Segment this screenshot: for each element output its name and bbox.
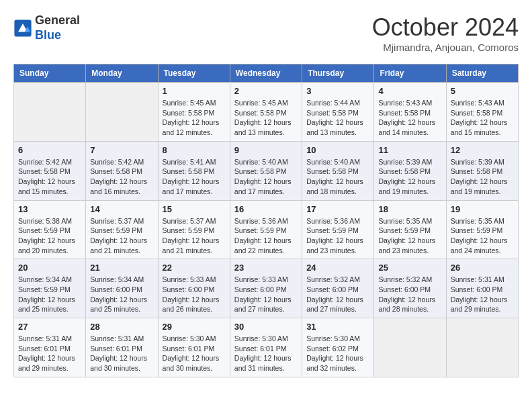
day-info: Sunrise: 5:35 AM Sunset: 5:59 PM Dayligh…: [451, 216, 514, 256]
weekday-header: Saturday: [446, 64, 518, 83]
day-info: Sunrise: 5:45 AM Sunset: 5:58 PM Dayligh…: [234, 98, 298, 138]
calendar-cell: 28Sunrise: 5:31 AM Sunset: 6:01 PM Dayli…: [86, 318, 158, 377]
day-info: Sunrise: 5:34 AM Sunset: 5:59 PM Dayligh…: [18, 275, 81, 314]
weekday-header: Monday: [86, 64, 158, 83]
calendar-cell: 14Sunrise: 5:37 AM Sunset: 5:59 PM Dayli…: [86, 200, 158, 259]
calendar-cell: 13Sunrise: 5:38 AM Sunset: 5:59 PM Dayli…: [14, 200, 86, 259]
day-number: 9: [234, 145, 298, 155]
calendar-cell: 16Sunrise: 5:36 AM Sunset: 5:59 PM Dayli…: [230, 200, 302, 259]
day-number: 30: [234, 322, 298, 332]
day-number: 16: [234, 204, 298, 214]
day-number: 3: [306, 86, 369, 96]
day-number: 20: [18, 263, 81, 273]
day-info: Sunrise: 5:37 AM Sunset: 5:59 PM Dayligh…: [163, 216, 226, 256]
day-number: 18: [378, 204, 441, 214]
day-info: Sunrise: 5:30 AM Sunset: 6:01 PM Dayligh…: [234, 334, 298, 373]
calendar-header: SundayMondayTuesdayWednesdayThursdayFrid…: [14, 64, 519, 83]
weekday-header: Thursday: [302, 64, 374, 83]
calendar-cell: 11Sunrise: 5:39 AM Sunset: 5:58 PM Dayli…: [374, 141, 446, 200]
calendar-cell: 23Sunrise: 5:33 AM Sunset: 6:00 PM Dayli…: [230, 259, 302, 318]
day-info: Sunrise: 5:43 AM Sunset: 5:58 PM Dayligh…: [378, 98, 441, 138]
day-info: Sunrise: 5:31 AM Sunset: 6:01 PM Dayligh…: [18, 334, 81, 373]
calendar-cell: 15Sunrise: 5:37 AM Sunset: 5:59 PM Dayli…: [158, 200, 230, 259]
day-info: Sunrise: 5:31 AM Sunset: 6:00 PM Dayligh…: [451, 275, 514, 314]
day-info: Sunrise: 5:36 AM Sunset: 5:59 PM Dayligh…: [306, 216, 369, 256]
title-area: October 2024 Mjimandra, Anjouan, Comoros: [372, 13, 519, 53]
logo-general: General: [35, 13, 80, 28]
day-info: Sunrise: 5:39 AM Sunset: 5:58 PM Dayligh…: [378, 157, 441, 197]
day-number: 12: [451, 145, 514, 155]
calendar-cell: 10Sunrise: 5:40 AM Sunset: 5:58 PM Dayli…: [302, 141, 374, 200]
calendar-body: 1Sunrise: 5:45 AM Sunset: 5:58 PM Daylig…: [14, 83, 519, 377]
weekday-row: SundayMondayTuesdayWednesdayThursdayFrid…: [14, 64, 519, 83]
day-number: 4: [378, 86, 441, 96]
day-info: Sunrise: 5:42 AM Sunset: 5:58 PM Dayligh…: [90, 157, 153, 197]
weekday-header: Sunday: [14, 64, 86, 83]
day-number: 15: [163, 204, 226, 214]
calendar-cell: 29Sunrise: 5:30 AM Sunset: 6:01 PM Dayli…: [158, 318, 230, 377]
logo-blue: Blue: [35, 28, 80, 43]
day-number: 17: [306, 204, 369, 214]
day-number: 24: [306, 263, 369, 273]
calendar-cell: 27Sunrise: 5:31 AM Sunset: 6:01 PM Dayli…: [14, 318, 86, 377]
calendar-cell: [86, 83, 158, 142]
calendar-cell: 26Sunrise: 5:31 AM Sunset: 6:00 PM Dayli…: [446, 259, 518, 318]
calendar-cell: 12Sunrise: 5:39 AM Sunset: 5:58 PM Dayli…: [446, 141, 518, 200]
day-number: 2: [234, 86, 298, 96]
calendar-cell: 6Sunrise: 5:42 AM Sunset: 5:58 PM Daylig…: [14, 141, 86, 200]
calendar-week-row: 1Sunrise: 5:45 AM Sunset: 5:58 PM Daylig…: [14, 83, 519, 142]
calendar-table: SundayMondayTuesdayWednesdayThursdayFrid…: [13, 64, 519, 377]
day-number: 7: [90, 145, 153, 155]
day-info: Sunrise: 5:37 AM Sunset: 5:59 PM Dayligh…: [90, 216, 153, 256]
day-number: 10: [306, 145, 369, 155]
day-info: Sunrise: 5:34 AM Sunset: 6:00 PM Dayligh…: [90, 275, 153, 314]
location: Mjimandra, Anjouan, Comoros: [372, 42, 519, 53]
day-number: 5: [451, 86, 514, 96]
calendar-week-row: 6Sunrise: 5:42 AM Sunset: 5:58 PM Daylig…: [14, 141, 519, 200]
day-info: Sunrise: 5:45 AM Sunset: 5:58 PM Dayligh…: [163, 98, 226, 138]
calendar-cell: 24Sunrise: 5:32 AM Sunset: 6:00 PM Dayli…: [302, 259, 374, 318]
calendar-cell: 5Sunrise: 5:43 AM Sunset: 5:58 PM Daylig…: [446, 83, 518, 142]
calendar-cell: [374, 318, 446, 377]
calendar-cell: [14, 83, 86, 142]
calendar-cell: 25Sunrise: 5:32 AM Sunset: 6:00 PM Dayli…: [374, 259, 446, 318]
calendar-cell: [446, 318, 518, 377]
page-header: General Blue October 2024 Mjimandra, Anj…: [13, 13, 519, 53]
calendar-cell: 1Sunrise: 5:45 AM Sunset: 5:58 PM Daylig…: [158, 83, 230, 142]
day-info: Sunrise: 5:30 AM Sunset: 6:02 PM Dayligh…: [306, 334, 369, 373]
weekday-header: Wednesday: [230, 64, 302, 83]
day-info: Sunrise: 5:35 AM Sunset: 5:59 PM Dayligh…: [378, 216, 441, 256]
day-number: 22: [163, 263, 226, 273]
calendar-cell: 7Sunrise: 5:42 AM Sunset: 5:58 PM Daylig…: [86, 141, 158, 200]
weekday-header: Friday: [374, 64, 446, 83]
day-number: 13: [18, 204, 81, 214]
day-info: Sunrise: 5:41 AM Sunset: 5:58 PM Dayligh…: [163, 157, 226, 197]
day-info: Sunrise: 5:36 AM Sunset: 5:59 PM Dayligh…: [234, 216, 298, 256]
calendar-cell: 22Sunrise: 5:33 AM Sunset: 6:00 PM Dayli…: [158, 259, 230, 318]
day-number: 21: [90, 263, 153, 273]
day-number: 8: [163, 145, 226, 155]
calendar-cell: 2Sunrise: 5:45 AM Sunset: 5:58 PM Daylig…: [230, 83, 302, 142]
day-number: 6: [18, 145, 81, 155]
day-number: 29: [163, 322, 226, 332]
day-info: Sunrise: 5:32 AM Sunset: 6:00 PM Dayligh…: [306, 275, 369, 314]
weekday-header: Tuesday: [158, 64, 230, 83]
day-info: Sunrise: 5:32 AM Sunset: 6:00 PM Dayligh…: [378, 275, 441, 314]
day-info: Sunrise: 5:39 AM Sunset: 5:58 PM Dayligh…: [451, 157, 514, 197]
day-info: Sunrise: 5:40 AM Sunset: 5:58 PM Dayligh…: [234, 157, 298, 197]
day-number: 11: [378, 145, 441, 155]
calendar-cell: 17Sunrise: 5:36 AM Sunset: 5:59 PM Dayli…: [302, 200, 374, 259]
day-info: Sunrise: 5:40 AM Sunset: 5:58 PM Dayligh…: [306, 157, 369, 197]
day-info: Sunrise: 5:43 AM Sunset: 5:58 PM Dayligh…: [451, 98, 514, 138]
calendar-cell: 8Sunrise: 5:41 AM Sunset: 5:58 PM Daylig…: [158, 141, 230, 200]
calendar-cell: 18Sunrise: 5:35 AM Sunset: 5:59 PM Dayli…: [374, 200, 446, 259]
day-number: 26: [451, 263, 514, 273]
calendar-cell: 19Sunrise: 5:35 AM Sunset: 5:59 PM Dayli…: [446, 200, 518, 259]
calendar-cell: 9Sunrise: 5:40 AM Sunset: 5:58 PM Daylig…: [230, 141, 302, 200]
day-number: 19: [451, 204, 514, 214]
day-info: Sunrise: 5:33 AM Sunset: 6:00 PM Dayligh…: [234, 275, 298, 314]
calendar-week-row: 13Sunrise: 5:38 AM Sunset: 5:59 PM Dayli…: [14, 200, 519, 259]
calendar-cell: 4Sunrise: 5:43 AM Sunset: 5:58 PM Daylig…: [374, 83, 446, 142]
day-number: 28: [90, 322, 153, 332]
day-info: Sunrise: 5:30 AM Sunset: 6:01 PM Dayligh…: [163, 334, 226, 373]
